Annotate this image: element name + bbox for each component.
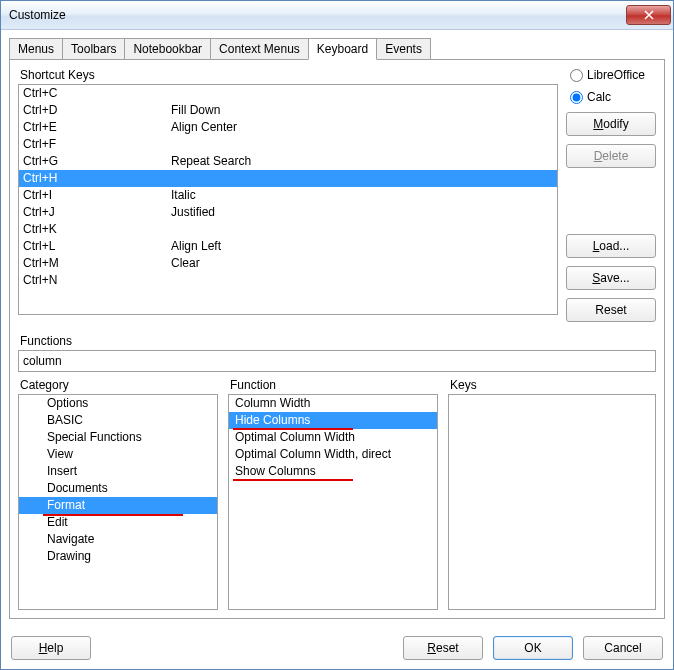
shortcut-row[interactable]: Ctrl+F: [19, 136, 557, 153]
shortcut-key: Ctrl+L: [23, 238, 171, 255]
shortcut-key: Ctrl+E: [23, 119, 171, 136]
shortcut-row[interactable]: Ctrl+C: [19, 85, 557, 102]
category-item[interactable]: Drawing: [19, 548, 217, 565]
side-panel: LibreOffice Calc Modify Delete Load... S…: [566, 68, 656, 326]
shortcut-command: Align Left: [171, 238, 553, 255]
shortcut-row[interactable]: Ctrl+GRepeat Search: [19, 153, 557, 170]
keys-list[interactable]: [448, 394, 656, 610]
radio-libreoffice[interactable]: [570, 69, 583, 82]
shortcut-command: Fill Down: [171, 102, 553, 119]
shortcut-keys-list[interactable]: Ctrl+CCtrl+DFill DownCtrl+EAlign CenterC…: [18, 84, 558, 315]
function-list[interactable]: Column WidthHide ColumnsOptimal Column W…: [228, 394, 438, 610]
tab-strip: MenusToolbarsNotebookbarContext MenusKey…: [9, 38, 665, 60]
shortcut-key: Ctrl+K: [23, 221, 171, 238]
load-button[interactable]: Load...: [566, 234, 656, 258]
shortcut-command: [171, 85, 553, 102]
radio-libreoffice-label: LibreOffice: [587, 68, 645, 82]
lower-section: Category OptionsBASICSpecial FunctionsVi…: [18, 378, 656, 610]
function-item[interactable]: Hide Columns: [229, 412, 437, 429]
save-button[interactable]: Save...: [566, 266, 656, 290]
shortcut-keys-label: Shortcut Keys: [18, 68, 558, 82]
category-column: Category OptionsBASICSpecial FunctionsVi…: [18, 378, 218, 610]
shortcut-row[interactable]: Ctrl+IItalic: [19, 187, 557, 204]
function-item[interactable]: Optimal Column Width: [229, 429, 437, 446]
function-item[interactable]: Show Columns: [229, 463, 437, 480]
reset-button[interactable]: Reset: [566, 298, 656, 322]
function-item[interactable]: Column Width: [229, 395, 437, 412]
close-icon: [644, 10, 654, 20]
titlebar: Customize: [1, 1, 673, 30]
shortcut-row[interactable]: Ctrl+JJustified: [19, 204, 557, 221]
close-button[interactable]: [626, 5, 671, 25]
footer-reset-button[interactable]: Reset: [403, 636, 483, 660]
function-label: Function: [228, 378, 438, 392]
tab-toolbars[interactable]: Toolbars: [62, 38, 125, 59]
shortcut-command: Justified: [171, 204, 553, 221]
scope-calc-radio[interactable]: Calc: [566, 90, 656, 104]
shortcut-row[interactable]: Ctrl+EAlign Center: [19, 119, 557, 136]
shortcut-row[interactable]: Ctrl+H: [19, 170, 557, 187]
shortcut-row[interactable]: Ctrl+DFill Down: [19, 102, 557, 119]
shortcut-command: Clear: [171, 255, 553, 272]
ok-button[interactable]: OK: [493, 636, 573, 660]
function-item[interactable]: Optimal Column Width, direct: [229, 446, 437, 463]
window-title: Customize: [9, 8, 626, 22]
help-button[interactable]: Help: [11, 636, 91, 660]
keys-label: Keys: [448, 378, 656, 392]
shortcut-key: Ctrl+J: [23, 204, 171, 221]
shortcut-row[interactable]: Ctrl+N: [19, 272, 557, 289]
shortcut-key: Ctrl+M: [23, 255, 171, 272]
delete-button[interactable]: Delete: [566, 144, 656, 168]
shortcut-row[interactable]: Ctrl+MClear: [19, 255, 557, 272]
shortcut-row[interactable]: Ctrl+LAlign Left: [19, 238, 557, 255]
shortcut-key: Ctrl+G: [23, 153, 171, 170]
tab-keyboard-body: Shortcut Keys Ctrl+CCtrl+DFill DownCtrl+…: [9, 60, 665, 619]
search-input[interactable]: [18, 350, 656, 372]
tab-menus[interactable]: Menus: [9, 38, 63, 59]
category-item[interactable]: Navigate: [19, 531, 217, 548]
shortcut-command: [171, 272, 553, 289]
customize-dialog: Customize MenusToolbarsNotebookbarContex…: [0, 0, 674, 670]
shortcut-command: [171, 221, 553, 238]
keys-column: Keys: [448, 378, 656, 610]
shortcut-key: Ctrl+H: [23, 170, 171, 187]
top-section: Shortcut Keys Ctrl+CCtrl+DFill DownCtrl+…: [18, 68, 656, 326]
shortcut-row[interactable]: Ctrl+K: [19, 221, 557, 238]
tab-keyboard[interactable]: Keyboard: [308, 38, 377, 60]
shortcut-command: Italic: [171, 187, 553, 204]
radio-calc[interactable]: [570, 91, 583, 104]
category-label: Category: [18, 378, 218, 392]
shortcut-key: Ctrl+I: [23, 187, 171, 204]
tab-context-menus[interactable]: Context Menus: [210, 38, 309, 59]
scope-libreoffice-radio[interactable]: LibreOffice: [566, 68, 656, 82]
function-column: Function Column WidthHide ColumnsOptimal…: [228, 378, 438, 610]
category-item[interactable]: Special Functions: [19, 429, 217, 446]
shortcut-keys-panel: Shortcut Keys Ctrl+CCtrl+DFill DownCtrl+…: [18, 68, 558, 326]
tab-events[interactable]: Events: [376, 38, 431, 59]
shortcut-command: Align Center: [171, 119, 553, 136]
category-item[interactable]: View: [19, 446, 217, 463]
shortcut-key: Ctrl+N: [23, 272, 171, 289]
shortcut-key: Ctrl+D: [23, 102, 171, 119]
category-list[interactable]: OptionsBASICSpecial FunctionsViewInsertD…: [18, 394, 218, 610]
category-item[interactable]: Edit: [19, 514, 217, 531]
category-item[interactable]: BASIC: [19, 412, 217, 429]
radio-calc-label: Calc: [587, 90, 611, 104]
dialog-content: MenusToolbarsNotebookbarContext MenusKey…: [1, 30, 673, 627]
category-item[interactable]: Documents: [19, 480, 217, 497]
modify-button[interactable]: Modify: [566, 112, 656, 136]
functions-label: Functions: [18, 334, 656, 348]
category-item[interactable]: Format: [19, 497, 217, 514]
shortcut-key: Ctrl+C: [23, 85, 171, 102]
dialog-footer: Help Reset OK Cancel: [1, 627, 673, 669]
shortcut-key: Ctrl+F: [23, 136, 171, 153]
shortcut-command: Repeat Search: [171, 153, 553, 170]
shortcut-command: [171, 136, 553, 153]
shortcut-command: [171, 170, 553, 187]
category-item[interactable]: Options: [19, 395, 217, 412]
tab-notebookbar[interactable]: Notebookbar: [124, 38, 211, 59]
category-item[interactable]: Insert: [19, 463, 217, 480]
cancel-button[interactable]: Cancel: [583, 636, 663, 660]
